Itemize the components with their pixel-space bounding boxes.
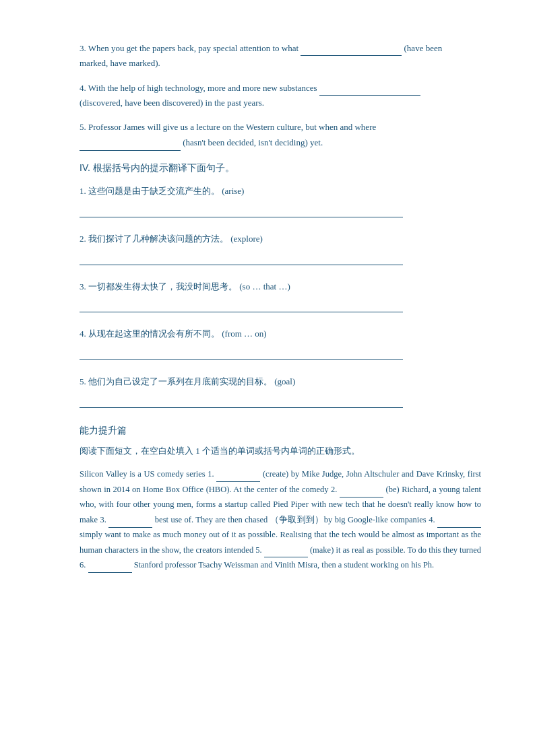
translation-2: 2. 我们探讨了几种解决该问题的方法。 (explore) (80, 232, 481, 265)
translation-2-text: 2. 我们探讨了几种解决该问题的方法。 (explore) (80, 232, 481, 246)
translation-5-answer-line[interactable] (80, 393, 403, 408)
translation-2-answer-line[interactable] (80, 250, 403, 265)
reading-blank-1[interactable] (216, 467, 260, 482)
question-4: 4. With the help of high technology, mor… (80, 80, 481, 110)
q3-blank[interactable] (301, 40, 402, 56)
q5-number: 5. (80, 122, 86, 132)
question-4-text: 4. With the help of high technology, mor… (80, 80, 481, 96)
translation-4: 4. 从现在起这里的情况会有所不同。 (from … on) (80, 327, 481, 360)
q5-blank[interactable] (80, 135, 181, 150)
q3-number: 3. (80, 43, 86, 53)
reading-blank-4[interactable] (437, 512, 481, 528)
q4-body: With the help of high technology, more a… (88, 83, 420, 93)
question-5-text: 5. Professor James will give us a lectur… (80, 120, 481, 135)
q4-blank[interactable] (319, 80, 420, 96)
q4-text-after: (discovered, have been discovered) in th… (80, 96, 481, 110)
translation-1-answer-line[interactable] (80, 203, 403, 217)
q3-text-after: marked, have marked). (80, 56, 481, 71)
translation-1-text: 1. 这些问题是由于缺乏交流产生的。 (arise) (80, 184, 481, 199)
reading-blank-3[interactable] (108, 512, 152, 528)
translation-4-text: 4. 从现在起这里的情况会有所不同。 (from … on) (80, 327, 481, 341)
translation-4-answer-line[interactable] (80, 345, 403, 360)
question-5: 5. Professor James will give us a lectur… (80, 120, 481, 150)
reading-passage: Silicon Valley is a US comedy series 1. … (80, 467, 481, 573)
q5-text-line2: (hasn't been decided, isn't deciding) ye… (80, 135, 481, 150)
question-3-text: 3. When you get the papers back, pay spe… (80, 40, 481, 56)
translation-5-text: 5. 他们为自己设定了一系列在月底前实现的目标。 (goal) (80, 375, 481, 389)
q4-number: 4. (80, 83, 86, 93)
reading-blank-6[interactable] (88, 557, 132, 573)
ability-section-heading: 能力提升篇 (80, 423, 481, 438)
section-iv-heading: IV. 根据括号内的提示翻译下面句子。 (80, 160, 481, 175)
question-3: 3. When you get the papers back, pay spe… (80, 40, 481, 71)
q5-body: Professor James will give us a lecture o… (88, 122, 376, 132)
q3-text-before: When you get the papers back, pay specia… (88, 43, 442, 53)
reading-instruction: 阅读下面短文，在空白处填入 1 个适当的单词或括号内单词的正确形式。 (80, 444, 481, 458)
q5-text-after: (hasn't been decided, isn't deciding) ye… (183, 137, 323, 147)
translation-1: 1. 这些问题是由于缺乏交流产生的。 (arise) (80, 184, 481, 217)
reading-blank-5[interactable] (264, 543, 308, 558)
translation-3: 3. 一切都发生得太快了，我没时间思考。 (so … that …) (80, 280, 481, 313)
reading-blank-2[interactable] (340, 482, 383, 497)
translation-3-text: 3. 一切都发生得太快了，我没时间思考。 (so … that …) (80, 280, 481, 294)
translation-5: 5. 他们为自己设定了一系列在月底前实现的目标。 (goal) (80, 375, 481, 408)
translation-3-answer-line[interactable] (80, 298, 403, 312)
